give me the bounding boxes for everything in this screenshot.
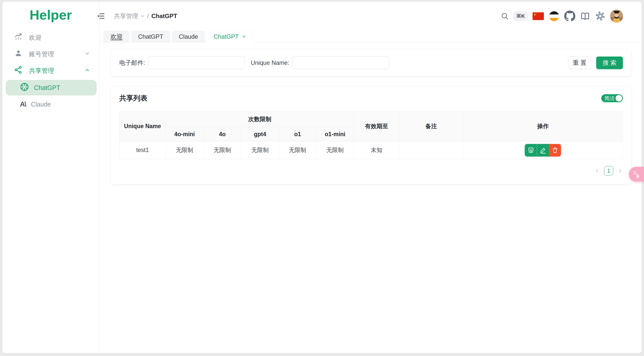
sidebar-subitem-label: Claude (31, 101, 51, 108)
app-logo: Helper (2, 7, 99, 23)
china-flag-icon (533, 12, 544, 20)
cell-actions (463, 141, 623, 159)
tab-chatgpt-active[interactable]: ChatGPT (207, 31, 253, 42)
sidebar-subitem-label: ChatGPT (34, 84, 60, 91)
sidebar: Helper 欢迎 (2, 2, 99, 353)
col-valid-until: 有效期至 (354, 111, 399, 141)
list-title: 共享列表 (119, 93, 147, 103)
cell-unique-name: test1 (119, 141, 166, 159)
docs-button[interactable] (580, 11, 590, 21)
chevron-left-icon (594, 168, 600, 174)
account-info-button[interactable] (525, 144, 537, 157)
translate-fab-button[interactable]: 文 A (629, 167, 644, 181)
sidebar-item-welcome[interactable]: 欢迎 (2, 29, 99, 46)
close-icon[interactable] (242, 33, 246, 40)
cell-limit: 无限制 (279, 141, 316, 159)
pagination: 1 (119, 166, 623, 175)
prev-page-button[interactable] (594, 168, 600, 174)
openai-logo-icon (20, 82, 29, 93)
tab-label: ChatGPT (214, 33, 239, 40)
tab-bar: 欢迎 ChatGPT Claude ChatGPT (99, 31, 642, 42)
tab-welcome[interactable]: 欢迎 (103, 31, 130, 42)
chart-trend-icon (14, 33, 22, 42)
cell-limit: 无限制 (241, 141, 279, 159)
concise-toggle[interactable]: 简洁 (601, 94, 623, 102)
claude-logo-icon: A\ (20, 100, 26, 108)
breadcrumb-page: ChatGPT (151, 13, 177, 20)
sidebar-subitem-claude[interactable]: A\ Claude (6, 96, 97, 112)
sidebar-nav: 欢迎 账号管理 (2, 29, 99, 112)
theme-stripes-button[interactable] (548, 11, 560, 22)
menu-fold-icon (97, 12, 105, 20)
edit-pencil-icon (540, 147, 546, 154)
delete-trash-icon (552, 147, 558, 154)
tab-chatgpt[interactable]: ChatGPT (131, 31, 170, 42)
col-o1-mini: o1-mini (316, 127, 354, 141)
chevron-down-icon (141, 13, 145, 20)
main-area: 共享管理 / ChatGPT ⌘K (99, 2, 642, 353)
table-row: test1 无限制 无限制 无限制 无限制 无限制 未知 (119, 141, 623, 159)
tab-label: ChatGPT (138, 33, 163, 40)
docs-book-icon (580, 11, 590, 21)
page-content: 电子邮件: Unique Name: 重 置 搜 索 共享列表 简洁 (99, 42, 642, 353)
cell-limit: 无限制 (316, 141, 354, 159)
col-limit-group: 次数限制 (166, 111, 354, 127)
share-nodes-icon (14, 66, 22, 75)
chevron-down-icon (85, 50, 90, 58)
delete-button[interactable] (549, 144, 561, 157)
github-icon (564, 11, 575, 22)
search-button[interactable] (501, 12, 509, 20)
tab-label: 欢迎 (110, 33, 123, 41)
language-flag-button[interactable] (533, 12, 544, 20)
tab-label: Claude (179, 33, 198, 40)
col-gpt4: gpt4 (241, 127, 279, 141)
cell-remark (399, 141, 463, 159)
sidebar-item-label: 账号管理 (29, 50, 78, 58)
chevron-up-icon (85, 67, 90, 74)
shortcut-badge: ⌘K (513, 11, 528, 21)
col-remark: 备注 (399, 111, 463, 141)
breadcrumb: 共享管理 / ChatGPT (114, 12, 177, 20)
page-number[interactable]: 1 (604, 166, 613, 175)
cell-valid-until: 未知 (354, 141, 399, 159)
tab-claude[interactable]: Claude (172, 31, 205, 42)
email-label: 电子邮件: (119, 59, 145, 67)
breadcrumb-section[interactable]: 共享管理 (114, 12, 138, 20)
chevron-right-icon (617, 168, 623, 174)
sidebar-item-label: 欢迎 (29, 33, 90, 42)
next-page-button[interactable] (617, 168, 623, 174)
user-icon (14, 49, 22, 59)
col-unique-name: Unique Name (119, 111, 166, 141)
col-4o: 4o (204, 127, 241, 141)
reset-button[interactable]: 重 置 (568, 57, 591, 69)
search-submit-button[interactable]: 搜 索 (596, 57, 623, 69)
breadcrumb-separator: / (147, 13, 149, 20)
avatar[interactable] (610, 10, 623, 23)
email-input[interactable] (148, 57, 245, 69)
search-icon (501, 12, 509, 20)
filter-card: 电子邮件: Unique Name: 重 置 搜 索 (110, 49, 632, 77)
top-bar: 共享管理 / ChatGPT ⌘K (99, 2, 642, 31)
edit-button[interactable] (537, 144, 549, 157)
list-header: 共享列表 简洁 (119, 93, 623, 103)
cell-limit: 无限制 (204, 141, 241, 159)
app-window: Helper 欢迎 (2, 1, 642, 353)
unique-name-label: Unique Name: (251, 59, 289, 66)
translate-icon: 文 A (632, 170, 640, 178)
sidebar-collapse-button[interactable] (95, 11, 106, 22)
cell-limit: 无限制 (166, 141, 204, 159)
sidebar-item-accounts[interactable]: 账号管理 (2, 46, 99, 62)
theme-stripes-icon (548, 11, 560, 22)
sidebar-subitem-chatgpt[interactable]: ChatGPT (6, 80, 97, 95)
share-list-card: 共享列表 简洁 Unique Name 次数限制 有效期至 (110, 86, 632, 185)
col-4o-mini: 4o-mini (166, 127, 204, 141)
settings-button[interactable] (595, 11, 606, 21)
id-card-icon (528, 147, 534, 154)
toggle-label: 简洁 (605, 95, 615, 102)
toggle-knob (616, 95, 622, 101)
unique-name-input[interactable] (292, 57, 389, 69)
share-table: Unique Name 次数限制 有效期至 备注 操作 4o-mini 4o g… (119, 111, 623, 159)
col-o1: o1 (279, 127, 316, 141)
sidebar-item-share[interactable]: 共享管理 (2, 62, 99, 79)
github-button[interactable] (564, 11, 575, 22)
